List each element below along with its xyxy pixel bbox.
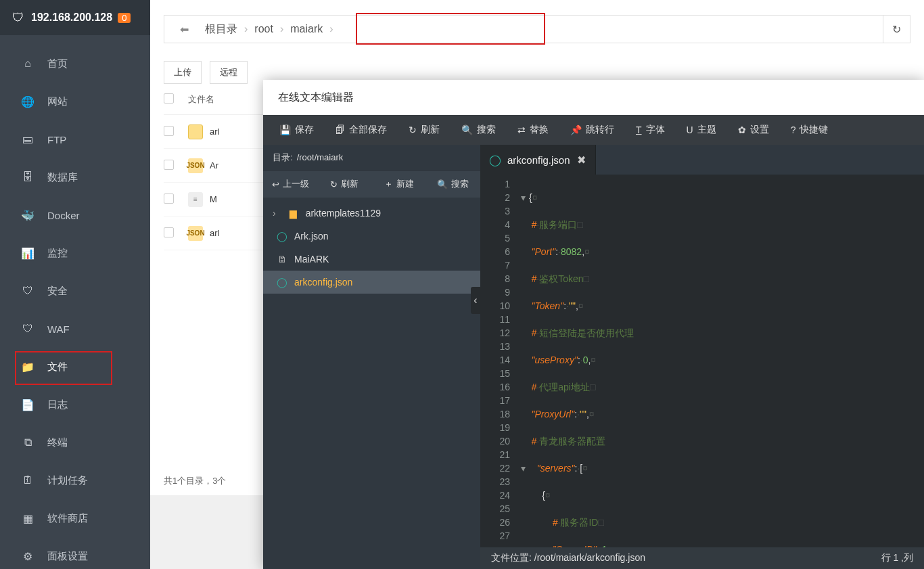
gear-icon: ✿: [738, 124, 746, 135]
settings-button[interactable]: ✿设置: [727, 115, 780, 145]
sidebar-item-label: 终端: [47, 436, 68, 449]
hotkey-button[interactable]: ?快捷键: [780, 115, 839, 145]
upload-button[interactable]: 上传: [164, 61, 202, 84]
breadcrumb-seg-maiark[interactable]: maiark: [290, 23, 323, 35]
search-icon: 🔍: [437, 179, 448, 189]
chevron-icon: ›: [329, 23, 333, 35]
sidebar-item-logs[interactable]: 📄日志: [0, 386, 150, 424]
sidebar-item-label: FTP: [47, 134, 66, 145]
goto-line-button[interactable]: 📌跳转行: [559, 115, 625, 145]
sidebar-item-cron[interactable]: 🗓计划任务: [0, 461, 150, 499]
tree-item-arkjson[interactable]: ◯Ark.json: [263, 225, 480, 248]
file-name: arl: [210, 228, 219, 238]
editor-title: 在线文本编辑器: [263, 80, 924, 115]
row-checkbox[interactable]: [164, 126, 188, 138]
save-button[interactable]: 💾保存: [269, 115, 325, 145]
select-all-checkbox[interactable]: [164, 93, 188, 106]
terminal-icon: ⧉: [20, 436, 35, 449]
sidebar-item-security[interactable]: 🛡安全: [0, 272, 150, 310]
row-checkbox[interactable]: [164, 160, 188, 172]
sidebar-item-label: 计划任务: [47, 474, 88, 487]
shield-icon: 🛡: [12, 11, 24, 25]
sidebar-item-label: 面板设置: [47, 550, 88, 563]
sidebar-item-monitor[interactable]: 📊监控: [0, 234, 150, 272]
sidebar-item-label: 日志: [47, 399, 68, 411]
breadcrumb-seg-root[interactable]: root: [254, 23, 273, 35]
cron-icon: 🗓: [20, 474, 35, 486]
tree-list: ▆arktemplates1129 ◯Ark.json 🗎MaiARK ◯ark…: [263, 198, 480, 298]
sidebar-item-terminal[interactable]: ⧉终端: [0, 424, 150, 461]
sidebar-item-database[interactable]: 🗄数据库: [0, 158, 150, 196]
tree-path: 目录: /root/maiark: [263, 145, 480, 170]
breadcrumb-row: ⬅ 根目录 › root › maiark › ↻: [150, 0, 924, 50]
sidebar-item-docker[interactable]: 🐳Docker: [0, 196, 150, 234]
status-cursor-pos: 行 1 ,列: [881, 552, 913, 564]
monitor-icon: 📊: [20, 247, 35, 260]
refresh-button[interactable]: ↻: [883, 16, 910, 43]
code-lines[interactable]: ▾{¤ #·服务端口□ "Port":·8082,¤ #·鉴权Token□ "T…: [517, 175, 924, 547]
notification-badge[interactable]: 0: [118, 13, 131, 23]
refresh-button[interactable]: ↻刷新: [398, 115, 451, 145]
apps-icon: ▦: [20, 512, 35, 525]
database-icon: 🗄: [20, 171, 35, 183]
sidebar-item-label: 首页: [47, 58, 68, 70]
theme-button[interactable]: U主题: [676, 115, 727, 145]
sidebar-item-label: 数据库: [47, 171, 78, 184]
save-all-button[interactable]: 🗐全部保存: [325, 115, 398, 145]
sidebar-item-ftp[interactable]: 🖴FTP: [0, 120, 150, 158]
line-gutter: 1234567891011121314151617181920212223242…: [480, 175, 517, 547]
sidebar-item-appstore[interactable]: ▦软件商店: [0, 499, 150, 537]
breadcrumb: ⬅ 根目录 › root › maiark › ↻: [164, 15, 910, 43]
tree-toolbar: ↩上一级 ↻刷新 ＋新建 🔍搜索: [263, 170, 480, 198]
replace-button[interactable]: ⇄替换: [507, 115, 559, 145]
docker-icon: 🐳: [20, 209, 35, 222]
code-editor[interactable]: 1234567891011121314151617181920212223242…: [480, 175, 924, 547]
tree-item-label: MaiARK: [294, 254, 329, 265]
editor-tab-arkconfig[interactable]: ◯ arkconfig.json ✖: [480, 145, 596, 175]
chevron-icon: ›: [244, 23, 248, 35]
row-checkbox[interactable]: [164, 227, 188, 240]
collapse-tree-button[interactable]: ‹: [471, 287, 480, 314]
tree-new-button[interactable]: ＋新建: [372, 178, 426, 190]
server-ip: 192.168.200.128: [31, 12, 112, 24]
sidebar-item-waf[interactable]: 🛡WAF: [0, 310, 150, 348]
tree-path-label: 目录:: [273, 152, 293, 164]
tree-item-label: Ark.json: [294, 231, 329, 242]
tree-item-label: arktemplates1129: [306, 208, 381, 219]
close-tab-button[interactable]: ✖: [577, 154, 586, 166]
font-button[interactable]: T字体: [625, 115, 676, 145]
search-icon: 🔍: [461, 124, 473, 135]
row-checkbox[interactable]: [164, 194, 188, 206]
sidebar-item-settings[interactable]: ⚙面板设置: [0, 537, 150, 569]
sidebar-menu: ⌂首页 🌐网站 🖴FTP 🗄数据库 🐳Docker 📊监控 🛡安全 🛡WAF 📁…: [0, 35, 150, 569]
sidebar: 🛡 192.168.200.128 0 ⌂首页 🌐网站 🖴FTP 🗄数据库 🐳D…: [0, 0, 150, 569]
back-button[interactable]: ⬅: [172, 23, 195, 36]
saveall-icon: 🗐: [336, 124, 345, 135]
breadcrumb-root[interactable]: 根目录: [205, 22, 237, 37]
refresh-icon: ↻: [409, 124, 417, 135]
search-button[interactable]: 🔍搜索: [451, 115, 507, 145]
tree-refresh-button[interactable]: ↻刷新: [317, 178, 371, 190]
tree-item-arkconfig[interactable]: ◯arkconfig.json: [263, 271, 480, 294]
theme-icon: U: [687, 124, 693, 135]
tree-item-folder[interactable]: ▆arktemplates1129: [263, 202, 480, 225]
tree-item-label: arkconfig.json: [294, 277, 352, 288]
json-icon: JSON: [188, 158, 203, 173]
ftp-icon: 🖴: [20, 133, 35, 145]
remote-download-button[interactable]: 远程: [210, 61, 248, 84]
plus-icon: ＋: [384, 178, 393, 190]
folder-icon: ▆: [288, 208, 299, 219]
tree-search-button[interactable]: 🔍搜索: [426, 178, 480, 190]
sidebar-item-site[interactable]: 🌐网站: [0, 83, 150, 120]
log-icon: 📄: [20, 399, 35, 411]
sidebar-item-label: 软件商店: [47, 512, 88, 525]
sidebar-item-home[interactable]: ⌂首页: [0, 45, 150, 83]
file-name: M: [210, 194, 217, 204]
file-name: arl: [210, 127, 219, 137]
tree-up-button[interactable]: ↩上一级: [263, 178, 317, 190]
sidebar-item-label: 网站: [47, 95, 68, 108]
up-icon: ↩: [272, 179, 279, 189]
pin-icon: 📌: [570, 124, 582, 135]
tree-item-maiark[interactable]: 🗎MaiARK: [263, 248, 480, 271]
editor-toolbar: 💾保存 🗐全部保存 ↻刷新 🔍搜索 ⇄替换 📌跳转行 T字体 U主题 ✿设置 ?…: [263, 115, 924, 145]
